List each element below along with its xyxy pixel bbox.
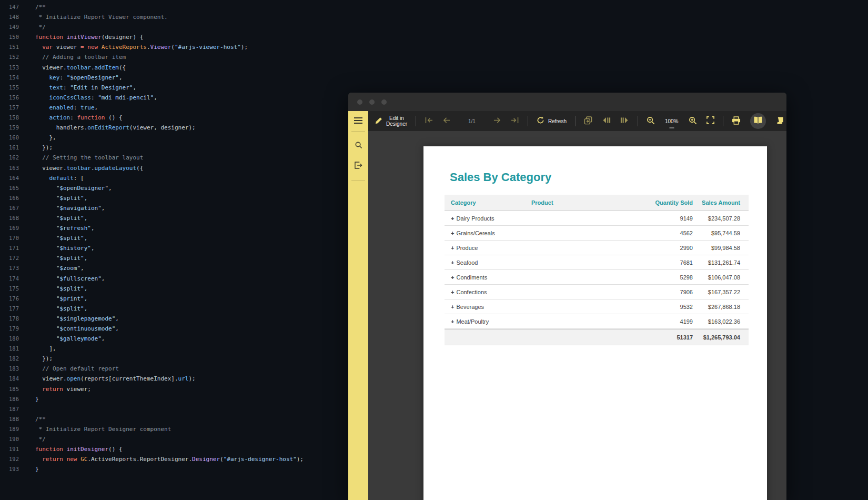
continuous-mode-button[interactable] [771,111,786,131]
expand-icon[interactable]: + [451,230,454,236]
code-line: 193} [0,464,348,474]
zoom-out-icon [647,116,655,126]
search-button[interactable] [348,136,368,156]
last-page-button[interactable] [506,111,524,131]
line-number: 166 [0,193,19,203]
print-button[interactable] [727,111,745,131]
expand-icon[interactable]: + [451,259,454,266]
toolbar-separator [638,116,638,126]
category-cell: +Condiments [445,274,531,281]
line-number: 158 [0,113,19,123]
history-back-button[interactable] [597,111,615,131]
page-indicator: 1/1 [456,118,488,124]
active-mode-highlight [750,113,766,129]
category-name: Beverages [456,304,484,310]
line-number: 151 [0,42,19,52]
scroll-icon [775,116,784,126]
category-cell: +Produce [445,245,531,251]
report-table-body: +Dairy Products9149$234,507.28+Grains/Ce… [445,211,749,329]
sidebar-divider [351,180,365,181]
viewer-sidebar [348,111,368,500]
first-page-button[interactable] [420,111,438,131]
line-number: 162 [0,153,19,163]
code-line: 166 "$split", [0,193,348,203]
screen: 147/**148 * Initialize Report Viewer com… [0,0,868,500]
zoom-level[interactable]: 100% [660,118,684,124]
table-row: +Seafood7681$131,261.74 [445,255,749,270]
code-line: 167 "$navigation", [0,203,348,213]
refresh-button[interactable]: Refresh [532,111,571,131]
expand-icon[interactable]: + [451,289,454,295]
table-total-row: 51317 $1,265,793.04 [445,329,749,345]
category-cell: +Meat/Poultry [445,318,531,325]
line-number: 156 [0,93,19,103]
viewer-toolbar: Edit in Designer 1/1 [368,111,786,131]
viewer-canvas[interactable]: Sales By Category Category Product Quant… [368,131,786,500]
zoom-in-icon [689,116,697,126]
window-dot-1[interactable] [357,99,362,105]
line-number: 173 [0,263,19,273]
line-number: 192 [0,454,19,464]
code-line: 156 iconCssClass: "mdi mdi-pencil", [0,93,348,103]
next-page-button[interactable] [488,111,506,131]
popout-page-button[interactable] [579,111,597,131]
line-number: 177 [0,304,19,314]
code-line: 155 text: "Edit in Designer", [0,83,348,93]
single-page-mode-button[interactable] [745,111,771,131]
line-number: 155 [0,83,19,93]
zoom-out-button[interactable] [642,111,660,131]
expand-icon[interactable]: + [451,215,454,222]
quantity-cell: 9149 [609,215,693,222]
category-cell: +Dairy Products [445,215,531,222]
expand-icon[interactable]: + [451,318,454,325]
line-number: 168 [0,213,19,223]
table-row: +Beverages9532$267,868.18 [445,299,749,314]
column-header-category: Category [445,199,531,206]
expand-icon[interactable]: + [451,304,454,310]
category-cell: +Grains/Cereals [445,230,531,236]
expand-icon[interactable]: + [451,274,454,281]
fullscreen-button[interactable] [702,111,719,131]
refresh-icon [537,116,544,126]
total-quantity: 51317 [609,334,693,341]
category-cell: +Seafood [445,259,531,266]
toolbar-separator [575,116,576,126]
code-line: 182 }); [0,354,348,364]
code-line: 177 "$split", [0,304,348,314]
line-number: 188 [0,414,19,424]
code-line: 187 [0,404,348,414]
code-line: 184 viewer.open(reports[currentThemeInde… [0,374,348,384]
category-name: Dairy Products [456,215,494,222]
column-header-amount: Sales Amount [693,199,749,206]
window-dot-2[interactable] [369,99,375,105]
code-line: 189 * Initialize Report Designer compone… [0,424,348,434]
export-button[interactable] [348,156,368,176]
arrow-left-icon [443,117,451,125]
sidebar-toggle-button[interactable] [348,111,368,131]
line-number: 149 [0,22,19,32]
window-titlebar [348,93,786,111]
line-number: 185 [0,384,19,394]
window-dot-3[interactable] [381,99,387,105]
amount-cell: $267,868.18 [693,304,749,310]
code-line: 163 viewer.toolbar.updateLayout({ [0,163,348,173]
history-forward-button[interactable] [615,111,634,131]
code-line: 153 viewer.toolbar.addItem({ [0,63,348,73]
table-row: +Confections7906$167,357.22 [445,285,749,299]
line-number: 148 [0,12,19,22]
code-line: 172 "$split", [0,253,348,263]
previous-page-button[interactable] [438,111,456,131]
report-page: Sales By Category Category Product Quant… [423,146,767,500]
toolbar-separator [416,116,416,126]
total-amount: $1,265,793.04 [693,334,749,341]
line-number: 157 [0,103,19,113]
line-number: 190 [0,434,19,444]
code-editor[interactable]: 147/**148 * Initialize Report Viewer com… [0,0,348,500]
zoom-in-button[interactable] [684,111,702,131]
line-number: 175 [0,284,19,294]
expand-icon[interactable]: + [451,245,454,251]
edit-in-designer-button[interactable]: Edit in Designer [370,111,412,131]
printer-icon [732,116,741,126]
hamburger-icon [354,117,362,125]
table-row: +Dairy Products9149$234,507.28 [445,211,749,226]
